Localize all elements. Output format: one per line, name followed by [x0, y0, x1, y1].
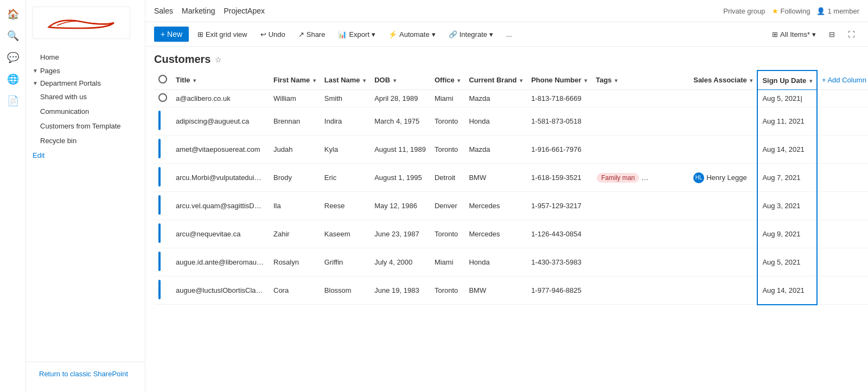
row-last-name: Reese: [320, 192, 370, 220]
row-title: a@aclibero.co.uk: [171, 90, 269, 107]
row-checkbox-cell[interactable]: [154, 136, 171, 164]
topbar-nav: Sales Marketing ProjectApex: [154, 4, 265, 17]
sidebar-edit-link[interactable]: Edit: [26, 148, 145, 163]
share-button[interactable]: ↗ Share: [294, 28, 330, 41]
row-signup-date[interactable]: Aug 11, 2021: [757, 107, 817, 136]
th-dob[interactable]: DOB ▾: [370, 70, 430, 90]
topbar-nav-marketing[interactable]: Marketing: [182, 4, 215, 17]
exit-grid-button[interactable]: ⊞ Exit grid view: [193, 28, 252, 41]
row-checkbox-cell[interactable]: [154, 277, 171, 305]
more-button[interactable]: ...: [502, 28, 516, 41]
row-dob: July 4, 2000: [370, 248, 430, 277]
th-office[interactable]: Office ▾: [430, 70, 464, 90]
row-signup-date[interactable]: Aug 5, 2021: [757, 248, 817, 277]
sidebar-item-customers-from-template[interactable]: Customers from Template: [26, 119, 145, 133]
sort-icon: ▾: [809, 78, 812, 84]
row-brand: Honda: [464, 248, 527, 277]
row-dob: August 1, 1995: [370, 164, 430, 192]
row-add-col: [817, 192, 868, 220]
row-signup-date[interactable]: Aug 3, 2021: [757, 192, 817, 220]
home-nav-icon[interactable]: 🏠: [3, 4, 23, 24]
th-title[interactable]: Title ▾: [171, 70, 269, 90]
sidebar-section-dept-portals[interactable]: ▼ Department Portals: [26, 77, 145, 89]
header-radio[interactable]: [158, 75, 167, 83]
row-last-name: Kaseem: [320, 220, 370, 248]
row-brand: Honda: [464, 107, 527, 136]
export-button[interactable]: 📊 Export ▾: [334, 28, 380, 41]
integrate-button[interactable]: 🔗 Integrate ▾: [444, 28, 497, 41]
topbar-right: Private group ★ Following 👤 1 member: [723, 7, 859, 15]
th-current-brand[interactable]: Current Brand ▾: [464, 70, 527, 90]
row-dob: August 11, 1989: [370, 136, 430, 164]
row-signup-date[interactable]: Aug 9, 2021: [757, 220, 817, 248]
new-button[interactable]: + New: [154, 27, 189, 42]
private-group-indicator: Private group: [723, 7, 765, 15]
chevron-down-icon: ▾: [432, 30, 436, 38]
filter-button[interactable]: ⊟: [825, 28, 839, 41]
chevron-down-icon: ▾: [812, 30, 816, 38]
th-phone-number[interactable]: Phone Number ▾: [527, 70, 591, 90]
star-icon: ★: [772, 7, 778, 15]
row-checkbox-cell[interactable]: [154, 192, 171, 220]
row-associate: [689, 277, 757, 305]
th-checkbox[interactable]: [154, 70, 171, 90]
sidebar-section-pages[interactable]: ▼ Pages: [26, 65, 145, 77]
row-tags: [591, 136, 689, 164]
tag-badge: Family man: [597, 173, 639, 183]
topbar-nav-sales[interactable]: Sales: [154, 4, 173, 17]
sites-nav-icon[interactable]: 🌐: [3, 69, 23, 89]
search-nav-icon[interactable]: 🔍: [3, 26, 23, 46]
members-count[interactable]: 👤 1 member: [816, 7, 859, 15]
row-indicator: [158, 195, 161, 215]
undo-button[interactable]: ↩ Undo: [256, 28, 290, 41]
row-phone: 1-618-159-3521: [527, 164, 591, 192]
row-signup-date[interactable]: Aug 14, 2021: [757, 136, 817, 164]
customers-table-container[interactable]: Title ▾ First Name ▾ Last Name ▾ DOB ▾: [145, 70, 868, 392]
row-office: Miami: [430, 248, 464, 277]
row-associate: [689, 107, 757, 136]
following-button[interactable]: ★ Following: [772, 7, 810, 15]
row-checkbox-cell[interactable]: [154, 90, 171, 107]
table-row: augue.id.ante@liberomaurisaliquam.co.ukR…: [154, 248, 868, 277]
row-tags: Family manLooking to...: [591, 164, 689, 192]
row-signup-date[interactable]: Aug 14, 2021: [757, 277, 817, 305]
associate-name: Henry Legge: [706, 173, 746, 182]
row-add-col: [817, 136, 868, 164]
sidebar-item-communication[interactable]: Communication: [26, 104, 145, 119]
th-add-column[interactable]: + Add Column ▾: [817, 70, 868, 90]
sidebar-item-recycle-bin[interactable]: Recycle bin: [26, 133, 145, 148]
topbar-nav-projectapex[interactable]: ProjectApex: [224, 4, 265, 17]
row-first-name: Zahir: [269, 220, 320, 248]
row-phone: 1-957-129-3217: [527, 192, 591, 220]
fullscreen-button[interactable]: ⛶: [844, 28, 859, 41]
row-signup-date[interactable]: Aug 7, 2021: [757, 164, 817, 192]
row-checkbox-cell[interactable]: [154, 164, 171, 192]
row-checkbox-cell[interactable]: [154, 107, 171, 136]
th-last-name[interactable]: Last Name ▾: [320, 70, 370, 90]
th-tags[interactable]: Tags ▾: [591, 70, 689, 90]
row-dob: June 23, 1987: [370, 220, 430, 248]
row-tags: [591, 192, 689, 220]
th-sales-associate[interactable]: Sales Associate ▾: [689, 70, 757, 90]
files-nav-icon[interactable]: 📄: [3, 91, 23, 111]
table-row: arcu@nequevitae.caZahirKaseemJune 23, 19…: [154, 220, 868, 248]
sidebar-logo-area: [26, 7, 145, 50]
row-dob: April 28, 1989: [370, 90, 430, 107]
row-checkbox-cell[interactable]: [154, 248, 171, 277]
row-office: Toronto: [430, 136, 464, 164]
th-sign-up-date[interactable]: Sign Up Date ▾: [757, 70, 817, 90]
favorite-icon[interactable]: ☆: [215, 55, 222, 64]
th-first-name[interactable]: First Name ▾: [269, 70, 320, 90]
row-radio[interactable]: [158, 93, 167, 102]
all-items-button[interactable]: ⊞ All Items* ▾: [768, 28, 820, 41]
activity-nav-icon[interactable]: 💬: [3, 48, 23, 67]
sidebar-item-home[interactable]: Home: [26, 50, 145, 65]
sidebar-item-shared-with-us[interactable]: Shared with us: [26, 89, 145, 104]
row-indicator: [158, 280, 161, 299]
row-associate: HLHenry Legge: [689, 164, 757, 192]
row-signup-date[interactable]: Aug 5, 2021: [757, 90, 817, 107]
return-classic-link[interactable]: Return to classic SharePoint: [33, 367, 138, 381]
automate-button[interactable]: ⚡ Automate ▾: [384, 28, 440, 41]
row-title: arcu.vel.quam@sagittisDuisgravida.com: [171, 192, 269, 220]
row-checkbox-cell[interactable]: [154, 220, 171, 248]
